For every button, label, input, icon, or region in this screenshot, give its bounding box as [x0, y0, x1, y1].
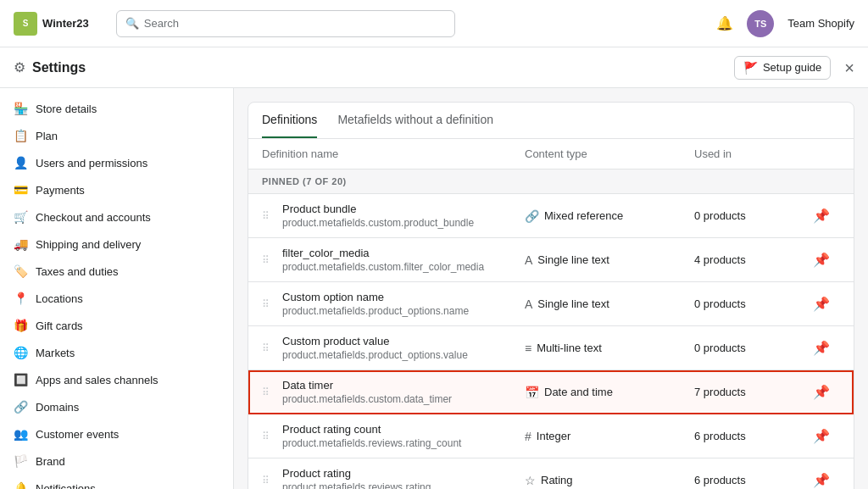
- setup-guide-button[interactable]: 🚩 Setup guide: [734, 56, 831, 80]
- def-name-custom-option-name: Custom option nameproduct.metafields.pro…: [282, 291, 525, 317]
- sidebar-item-markets[interactable]: 🌐Markets: [0, 339, 233, 366]
- apps-sales-channels-nav-icon: 🔲: [14, 373, 27, 386]
- store-details-nav-icon: 🏪: [14, 102, 27, 115]
- sidebar-item-label-apps-sales-channels: Apps and sales channels: [36, 374, 159, 386]
- payments-nav-icon: 💳: [14, 183, 27, 197]
- content-type-label: Mixed reference: [544, 209, 623, 222]
- sidebar-item-domains[interactable]: 🔗Domains: [0, 393, 233, 420]
- drag-handle-icon[interactable]: ⠿: [262, 254, 282, 266]
- section-label-pinned: PINNED (7 OF 20): [248, 169, 854, 194]
- table-row-custom-product-value[interactable]: ⠿Custom product valueproduct.metafields.…: [248, 326, 854, 370]
- used-in-custom-option-name: 0 products: [694, 297, 813, 310]
- sidebar-item-label-shipping-delivery: Shipping and delivery: [36, 238, 141, 251]
- def-name-product-rating: Product ratingproduct.metafields.reviews…: [282, 467, 525, 489]
- sidebar-item-label-markets: Markets: [36, 347, 75, 359]
- sidebar-item-store-details[interactable]: 🏪Store details: [0, 95, 233, 122]
- sidebar-item-payments[interactable]: 💳Payments: [0, 176, 233, 203]
- shipping-delivery-nav-icon: 🚚: [14, 237, 27, 251]
- table-row-product-rating-count[interactable]: ⠿Product rating countproduct.metafields.…: [248, 414, 854, 458]
- customer-events-nav-icon: 👥: [14, 427, 27, 441]
- search-bar[interactable]: 🔍 Search: [116, 10, 455, 37]
- flag-icon: 🚩: [743, 61, 758, 75]
- content-type-label: Single line text: [537, 253, 609, 266]
- sidebar-item-locations[interactable]: 📍Locations: [0, 285, 233, 312]
- app-logo: S Winter23: [14, 12, 89, 36]
- locations-nav-icon: 📍: [14, 292, 27, 305]
- content-type-icon: #: [525, 430, 531, 443]
- content-type-label: Rating: [541, 474, 573, 486]
- sidebar-item-users-permissions[interactable]: 👤Users and permissions: [0, 149, 233, 176]
- notifications-nav-icon: 🔔: [14, 481, 27, 489]
- def-name-data-timer: Data timerproduct.metafields.custom.data…: [282, 379, 525, 405]
- main-content: DefinitionsMetafields without a definiti…: [234, 88, 868, 489]
- checkout-accounts-nav-icon: 🛒: [14, 210, 27, 224]
- sidebar-item-customer-events[interactable]: 👥Customer events: [0, 420, 233, 447]
- drag-handle-icon[interactable]: ⠿: [262, 342, 282, 354]
- drag-handle-icon[interactable]: ⠿: [262, 210, 282, 222]
- pin-button-product-rating-count[interactable]: 📌: [813, 428, 840, 444]
- drag-handle-icon[interactable]: ⠿: [262, 298, 282, 310]
- pin-button-custom-option-name[interactable]: 📌: [813, 296, 840, 312]
- table-row-data-timer[interactable]: ⠿Data timerproduct.metafields.custom.dat…: [248, 370, 854, 414]
- sidebar-item-gift-cards[interactable]: 🎁Gift cards: [0, 312, 233, 339]
- used-in-filter-color-media: 4 products: [694, 253, 813, 266]
- gift-cards-nav-icon: 🎁: [14, 319, 27, 332]
- content-type-product-rating-count: #Integer: [525, 430, 694, 443]
- table-body: PINNED (7 OF 20)⠿Product bundleproduct.m…: [248, 169, 854, 489]
- content-type-label: Single line text: [537, 297, 609, 310]
- sidebar-item-plan[interactable]: 📋Plan: [0, 122, 233, 149]
- col-header-def-name: Definition name: [262, 147, 525, 160]
- content-type-product-rating: ☆Rating: [525, 474, 694, 487]
- sidebar-item-checkout-accounts[interactable]: 🛒Checkout and accounts: [0, 203, 233, 231]
- def-name-filter-color-media: filter_color_mediaproduct.metafields.cus…: [282, 247, 525, 273]
- sidebar-item-label-gift-cards: Gift cards: [36, 320, 83, 332]
- sidebar-item-label-notifications: Notifications: [36, 482, 96, 490]
- content-type-label: Integer: [537, 430, 570, 442]
- sidebar-item-label-plan: Plan: [36, 130, 58, 142]
- drag-handle-icon[interactable]: ⠿: [262, 431, 282, 442]
- tab-definitions[interactable]: Definitions: [262, 103, 317, 138]
- notification-bell-icon[interactable]: 🔔: [716, 15, 733, 31]
- pin-button-product-bundle[interactable]: 📌: [813, 208, 840, 224]
- used-in-product-bundle: 0 products: [694, 209, 813, 222]
- tab-metafields-no-def[interactable]: Metafields without a definition: [337, 103, 493, 138]
- pin-button-filter-color-media[interactable]: 📌: [813, 252, 840, 268]
- pin-button-product-rating[interactable]: 📌: [813, 472, 840, 488]
- table-header: Definition name Content type Used in: [248, 139, 854, 169]
- drag-handle-icon[interactable]: ⠿: [262, 386, 282, 398]
- sidebar-item-label-locations: Locations: [36, 292, 83, 305]
- sidebar-item-shipping-delivery[interactable]: 🚚Shipping and delivery: [0, 231, 233, 258]
- sidebar-item-label-customer-events: Customer events: [36, 428, 119, 441]
- sidebar-item-label-payments: Payments: [36, 184, 85, 197]
- tabs-container: DefinitionsMetafields without a definiti…: [248, 103, 854, 139]
- settings-header-right: 🚩 Setup guide ×: [734, 56, 854, 80]
- pin-button-data-timer[interactable]: 📌: [813, 384, 840, 400]
- markets-nav-icon: 🌐: [14, 346, 27, 359]
- settings-window: ⚙ Settings 🚩 Setup guide × 🏪Store detail…: [0, 47, 868, 489]
- table-row-custom-option-name[interactable]: ⠿Custom option nameproduct.metafields.pr…: [248, 282, 854, 326]
- table-row-product-bundle[interactable]: ⠿Product bundleproduct.metafields.custom…: [248, 194, 854, 238]
- sidebar-item-notifications[interactable]: 🔔Notifications: [0, 475, 233, 489]
- sidebar: 🏪Store details📋Plan👤Users and permission…: [0, 88, 234, 489]
- content-type-custom-option-name: ASingle line text: [525, 297, 694, 311]
- settings-header: ⚙ Settings 🚩 Setup guide ×: [0, 47, 868, 88]
- sidebar-item-taxes-duties[interactable]: 🏷️Taxes and duties: [0, 258, 233, 285]
- used-in-product-rating-count: 6 products: [694, 430, 813, 442]
- close-button[interactable]: ×: [844, 59, 854, 76]
- sidebar-item-brand[interactable]: 🏳️Brand: [0, 447, 233, 475]
- sidebar-item-apps-sales-channels[interactable]: 🔲Apps and sales channels: [0, 366, 233, 393]
- drag-handle-icon[interactable]: ⠿: [262, 475, 282, 486]
- sidebar-item-label-taxes-duties: Taxes and duties: [36, 265, 119, 278]
- table-row-product-rating[interactable]: ⠿Product ratingproduct.metafields.review…: [248, 458, 854, 489]
- used-in-product-rating: 6 products: [694, 474, 813, 486]
- settings-title: Settings: [32, 60, 86, 75]
- shopify-logo-icon: S: [14, 12, 37, 36]
- content-type-custom-product-value: ≡Multi-line text: [525, 342, 694, 355]
- table-row-filter-color-media[interactable]: ⠿filter_color_mediaproduct.metafields.cu…: [248, 238, 854, 282]
- content-type-icon: A: [525, 297, 532, 311]
- pin-button-custom-product-value[interactable]: 📌: [813, 340, 840, 356]
- def-name-product-rating-count: Product rating countproduct.metafields.r…: [282, 423, 525, 449]
- content-type-icon: A: [525, 253, 532, 267]
- store-name: Winter23: [42, 17, 89, 30]
- def-name-product-bundle: Product bundleproduct.metafields.custom.…: [282, 203, 525, 229]
